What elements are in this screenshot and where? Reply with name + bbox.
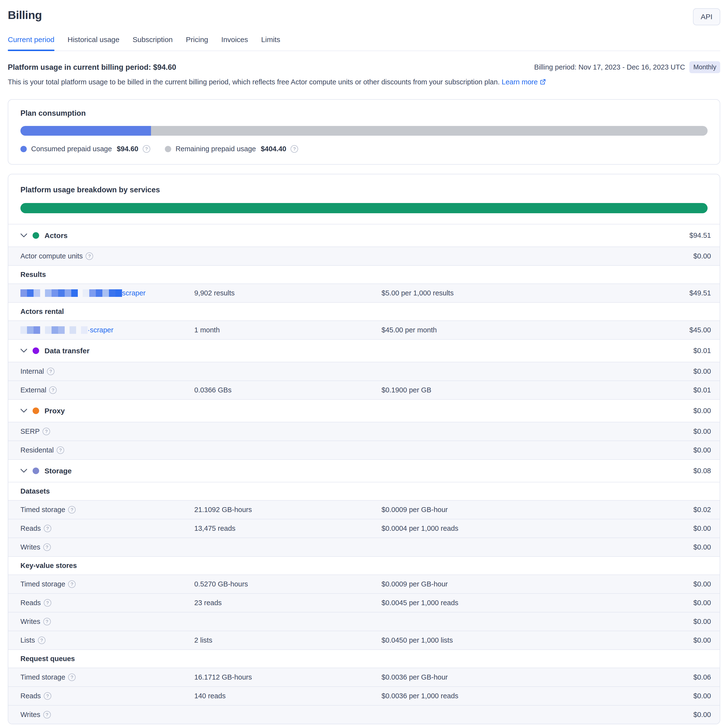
remaining-amount: $404.40	[261, 145, 286, 153]
redacted-actor-name-pixels	[20, 289, 122, 297]
row-quantity: 2 lists	[194, 636, 381, 644]
row-label: Writes	[20, 617, 40, 625]
help-icon[interactable]: ?	[44, 692, 51, 700]
row-value: $45.00	[653, 326, 711, 334]
tab-current-period[interactable]: Current period	[8, 35, 55, 50]
chevron-down-icon[interactable]	[20, 348, 27, 353]
row-label: Reads	[20, 692, 41, 700]
consumed-progress-fill	[20, 126, 151, 136]
row-quantity: 9,902 results	[194, 289, 381, 297]
tab-limits[interactable]: Limits	[261, 35, 280, 50]
row-value: $0.00	[653, 711, 711, 719]
table-row: Timed storage? 0.5270 GB-hours $0.0009 p…	[8, 575, 720, 593]
tab-historical-usage[interactable]: Historical usage	[67, 35, 119, 50]
section-name: Proxy	[44, 407, 65, 415]
table-row: ·scraper 1 month $45.00 per month $45.00	[8, 321, 720, 339]
help-icon[interactable]: ?	[43, 618, 51, 625]
table-row: Reads? 140 reads $0.0036 per 1,000 reads…	[8, 686, 720, 705]
section-row-proxy[interactable]: Proxy $0.00	[8, 399, 720, 422]
row-label: Writes	[20, 711, 40, 719]
plan-consumption-card: Plan consumption Consumed prepaid usage …	[8, 99, 720, 165]
help-icon[interactable]: ?	[38, 637, 46, 644]
help-icon[interactable]: ?	[86, 252, 93, 260]
help-icon[interactable]: ?	[68, 506, 76, 514]
billing-cycle-badge: Monthly	[689, 61, 720, 73]
row-quantity: 21.1092 GB-hours	[194, 506, 381, 514]
api-button[interactable]: API	[693, 8, 720, 25]
chevron-down-icon[interactable]	[20, 469, 27, 473]
group-label-row: Datasets	[8, 482, 720, 500]
group-label: Results	[20, 271, 46, 279]
section-color-dot	[32, 408, 39, 414]
row-price: $0.0036 per 1,000 reads	[381, 692, 653, 700]
row-label: Writes	[20, 543, 40, 551]
help-icon[interactable]: ?	[43, 543, 51, 551]
table-row: Actor compute units? $0.00	[8, 246, 720, 265]
row-label: Reads	[20, 599, 41, 607]
table-row: Residental? $0.00	[8, 440, 720, 459]
help-icon[interactable]: ?	[143, 145, 150, 153]
section-color-dot	[32, 468, 39, 474]
usage-summary: Platform usage in current billing period…	[8, 61, 720, 73]
section-row-data-transfer[interactable]: Data transfer $0.01	[8, 339, 720, 362]
help-icon[interactable]: ?	[291, 145, 298, 153]
actor-link[interactable]: ·scraper	[87, 326, 113, 334]
row-value: $0.00	[653, 446, 711, 454]
help-icon[interactable]: ?	[68, 580, 76, 588]
table-row: Writes? $0.00	[8, 612, 720, 631]
help-icon[interactable]: ?	[68, 674, 76, 681]
help-icon[interactable]: ?	[47, 368, 55, 375]
legend-remaining: Remaining prepaid usage $404.40 ?	[165, 145, 298, 153]
help-icon[interactable]: ?	[57, 446, 64, 454]
section-total: $0.00	[693, 407, 711, 415]
row-value: $0.00	[653, 428, 711, 436]
tab-pricing[interactable]: Pricing	[186, 35, 208, 50]
plan-consumption-title: Plan consumption	[20, 109, 708, 118]
tab-subscription[interactable]: Subscription	[133, 35, 173, 50]
usage-total-heading: Platform usage in current billing period…	[8, 63, 176, 72]
row-quantity: 0.5270 GB-hours	[194, 580, 381, 588]
redacted-actor-name-pixels	[20, 326, 87, 334]
chevron-down-icon[interactable]	[20, 409, 27, 413]
row-price: $45.00 per month	[381, 326, 653, 334]
remaining-dot	[165, 146, 171, 152]
row-value: $0.00	[653, 599, 711, 607]
help-icon[interactable]: ?	[44, 525, 51, 532]
table-row: Writes? $0.00	[8, 705, 720, 724]
group-label: Key-value stores	[20, 562, 77, 570]
row-label: Reads	[20, 524, 41, 532]
group-label: Datasets	[20, 487, 50, 495]
row-quantity: 13,475 reads	[194, 524, 381, 532]
row-price: $0.0009 per GB-hour	[381, 506, 653, 514]
row-value: $0.00	[653, 367, 711, 375]
table-row: Writes? $0.00	[8, 538, 720, 556]
actor-link[interactable]: scraper	[122, 289, 146, 297]
table-row: Timed storage? 21.1092 GB-hours $0.0009 …	[8, 500, 720, 519]
legend-consumed: Consumed prepaid usage $94.60 ?	[20, 145, 150, 153]
row-label: Lists	[20, 636, 35, 644]
help-icon[interactable]: ?	[44, 599, 51, 607]
chevron-down-icon[interactable]	[20, 234, 27, 238]
table-row: Lists? 2 lists $0.0450 per 1,000 lists $…	[8, 631, 720, 650]
billing-period-text: Billing period: Nov 17, 2023 - Dec 16, 2…	[534, 63, 685, 71]
table-row: Timed storage? 16.1712 GB-hours $0.0036 …	[8, 668, 720, 686]
page-title: Billing	[8, 8, 42, 21]
learn-more-link[interactable]: Learn more	[502, 78, 546, 86]
row-price: $0.0450 per 1,000 lists	[381, 636, 653, 644]
consumed-amount: $94.60	[117, 145, 138, 153]
tab-invoices[interactable]: Invoices	[221, 35, 248, 50]
row-price: $0.0045 per 1,000 reads	[381, 599, 653, 607]
section-row-storage[interactable]: Storage $0.08	[8, 459, 720, 482]
external-link-icon	[540, 78, 546, 85]
table-row: Internal? $0.00	[8, 362, 720, 381]
section-row-actors[interactable]: Actors $94.51	[8, 224, 720, 246]
section-color-dot	[32, 232, 39, 239]
row-value: $0.06	[653, 673, 711, 681]
help-icon[interactable]: ?	[43, 711, 51, 718]
help-icon[interactable]: ?	[49, 386, 57, 394]
row-label: Internal	[20, 367, 44, 375]
help-icon[interactable]: ?	[43, 428, 50, 435]
row-label: Timed storage	[20, 673, 65, 681]
row-value: $0.00	[653, 580, 711, 588]
table-row: External? 0.0366 GBs $0.1900 per GB $0.0…	[8, 381, 720, 399]
